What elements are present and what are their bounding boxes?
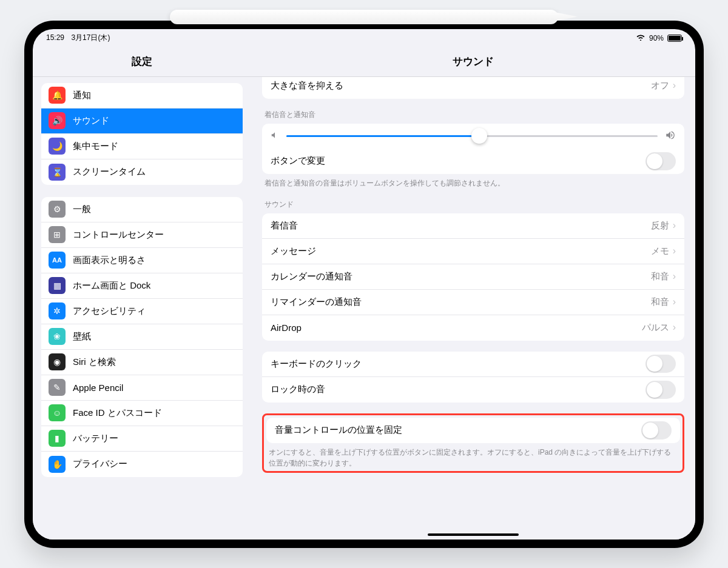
sidebar-item-label: 通知 — [73, 90, 91, 101]
chevron-right-icon: › — [673, 80, 676, 90]
cell-sound[interactable]: 着信音反射› — [262, 213, 684, 239]
sidebar-icon: ❀ — [49, 328, 66, 345]
status-time: 15:29 — [46, 33, 64, 42]
sidebar-item-サウンド[interactable]: 🔊サウンド — [41, 109, 243, 134]
cell-label: ボタンで変更 — [271, 155, 325, 167]
chevron-right-icon: › — [673, 296, 676, 307]
section-header-sounds: サウンド — [265, 199, 682, 210]
sidebar-item-label: ホーム画面と Dock — [73, 280, 150, 292]
sidebar-icon: ▦ — [49, 277, 66, 294]
cell-button-change[interactable]: ボタンで変更 — [262, 149, 684, 174]
cell-label: リマインダーの通知音 — [271, 296, 362, 308]
toggle-switch[interactable] — [645, 152, 676, 170]
sidebar-item-label: 集中モード — [73, 141, 118, 152]
sidebar-icon: ✎ — [49, 379, 66, 396]
sidebar-item-ホーム画面と Dock[interactable]: ▦ホーム画面と Dock — [41, 273, 243, 299]
cell-value: 反射 — [651, 220, 669, 230]
main-pane[interactable]: 大きな音を抑える オフ› 着信音と通知音 — [251, 77, 695, 540]
sidebar-item-壁紙[interactable]: ❀壁紙 — [41, 324, 243, 350]
wifi-icon — [636, 33, 645, 42]
cell-label: 音量コントロールの位置を固定 — [275, 424, 402, 436]
sidebar-icon: 🔊 — [49, 112, 66, 129]
cell-toggle[interactable]: キーボードのクリック — [262, 352, 684, 377]
sidebar-item-コントロールセンター[interactable]: ⊞コントロールセンター — [41, 222, 243, 248]
sidebar-item-Apple Pencil[interactable]: ✎Apple Pencil — [41, 375, 243, 401]
nav-title-right: サウンド — [251, 47, 695, 76]
nav-bar: 設定 サウンド — [33, 47, 695, 76]
status-date: 3月17日(木) — [71, 33, 110, 42]
volume-slider-row — [262, 124, 684, 149]
sidebar-item-label: バッテリー — [73, 433, 118, 444]
ipad-device: 15:29 3月17日(木) 90% 設定 サウンド 🔔通知🔊サウンド🌙集中モー… — [24, 21, 704, 548]
cell-label: メッセージ — [271, 246, 316, 257]
cell-sound[interactable]: カレンダーの通知音和音› — [262, 264, 684, 290]
chevron-right-icon: › — [673, 220, 676, 230]
cell-toggle[interactable]: ロック時の音 — [262, 377, 684, 403]
home-indicator[interactable] — [428, 533, 519, 536]
cell-label: ロック時の音 — [271, 384, 325, 395]
toggle-switch[interactable] — [645, 381, 676, 399]
sidebar-item-label: Siri と検索 — [73, 356, 116, 368]
toggle-switch[interactable] — [645, 355, 676, 373]
sidebar-item-label: Apple Pencil — [73, 383, 123, 393]
sidebar-item-集中モード[interactable]: 🌙集中モード — [41, 134, 243, 159]
cell-label: キーボードのクリック — [271, 358, 362, 370]
section-footer-ringer: 着信音と通知音の音量はボリュームボタンを操作しても調節されません。 — [265, 178, 682, 189]
toggle-switch[interactable] — [641, 421, 672, 439]
sidebar-item-プライバシー[interactable]: ✋プライバシー — [41, 452, 243, 477]
sidebar-item-バッテリー[interactable]: ▮バッテリー — [41, 426, 243, 452]
sidebar-item-一般[interactable]: ⚙一般 — [41, 197, 243, 222]
cell-sound[interactable]: リマインダーの通知音和音› — [262, 290, 684, 315]
screen: 15:29 3月17日(木) 90% 設定 サウンド 🔔通知🔊サウンド🌙集中モー… — [33, 29, 695, 540]
sidebar-item-アクセシビリティ[interactable]: ✲アクセシビリティ — [41, 299, 243, 324]
sidebar-item-画面表示と明るさ[interactable]: AA画面表示と明るさ — [41, 248, 243, 273]
apple-pencil — [170, 10, 558, 24]
sidebar-item-label: 画面表示と明るさ — [73, 255, 146, 266]
chevron-right-icon: › — [673, 271, 676, 281]
cell-sound[interactable]: AirDropパルス› — [262, 315, 684, 341]
sidebar-icon: ☺ — [49, 404, 66, 421]
sidebar-item-Face ID とパスコード[interactable]: ☺Face ID とパスコード — [41, 401, 243, 426]
sidebar-item-label: プライバシー — [73, 458, 127, 470]
volume-slider[interactable] — [286, 135, 658, 137]
sidebar-item-スクリーンタイム[interactable]: ⌛スクリーンタイム — [41, 159, 243, 185]
sidebar-item-label: サウンド — [73, 115, 109, 127]
chevron-right-icon: › — [673, 322, 676, 332]
sidebar-item-通知[interactable]: 🔔通知 — [41, 83, 243, 109]
sidebar-icon: ✲ — [49, 302, 66, 319]
cell-value: 和音 — [651, 296, 669, 307]
cell-fixed-volume-position[interactable]: 音量コントロールの位置を固定 — [266, 418, 680, 443]
sidebar-icon: ⚙ — [49, 201, 66, 218]
sidebar-icon: ◉ — [49, 353, 66, 370]
cell-reduce-loud[interactable]: 大きな音を抑える オフ› — [262, 77, 684, 99]
sidebar-item-label: スクリーンタイム — [73, 166, 146, 178]
sidebar-icon: ⊞ — [49, 226, 66, 243]
sidebar-item-label: 一般 — [73, 204, 91, 215]
sidebar[interactable]: 🔔通知🔊サウンド🌙集中モード⌛スクリーンタイム ⚙一般⊞コントロールセンターAA… — [33, 77, 251, 540]
cell-sound[interactable]: メッセージメモ› — [262, 239, 684, 264]
battery-percent: 90% — [649, 34, 664, 42]
cell-value: メモ — [651, 246, 669, 256]
chevron-right-icon: › — [673, 246, 676, 256]
sidebar-item-label: 壁紙 — [73, 331, 91, 342]
sidebar-icon: ✋ — [49, 456, 66, 473]
sidebar-icon: ▮ — [49, 430, 66, 447]
status-bar: 15:29 3月17日(木) 90% — [33, 29, 695, 47]
sidebar-item-label: コントロールセンター — [73, 229, 164, 241]
sidebar-item-Siri と検索[interactable]: ◉Siri と検索 — [41, 350, 243, 375]
battery-icon — [667, 35, 682, 42]
sidebar-icon: ⌛ — [49, 164, 66, 181]
sidebar-icon: 🌙 — [49, 138, 66, 155]
volume-high-icon — [665, 130, 676, 142]
sidebar-item-label: Face ID とパスコード — [73, 407, 162, 419]
cell-value: パルス — [642, 322, 669, 332]
sidebar-icon: 🔔 — [49, 87, 66, 104]
highlight-box: 音量コントロールの位置を固定 オンにすると、音量を上げ下げする位置がボタンに固定… — [262, 413, 684, 473]
section-header-ringer: 着信音と通知音 — [265, 110, 682, 120]
sidebar-icon: AA — [49, 252, 66, 269]
section-footer-fixed: オンにすると、音量を上げ下げする位置がボタンに固定されます。オフにすると、iPa… — [269, 447, 678, 469]
volume-low-icon — [271, 131, 279, 141]
cell-label: AirDrop — [271, 322, 302, 333]
nav-title-left: 設定 — [33, 47, 251, 76]
cell-label: 着信音 — [271, 220, 298, 232]
